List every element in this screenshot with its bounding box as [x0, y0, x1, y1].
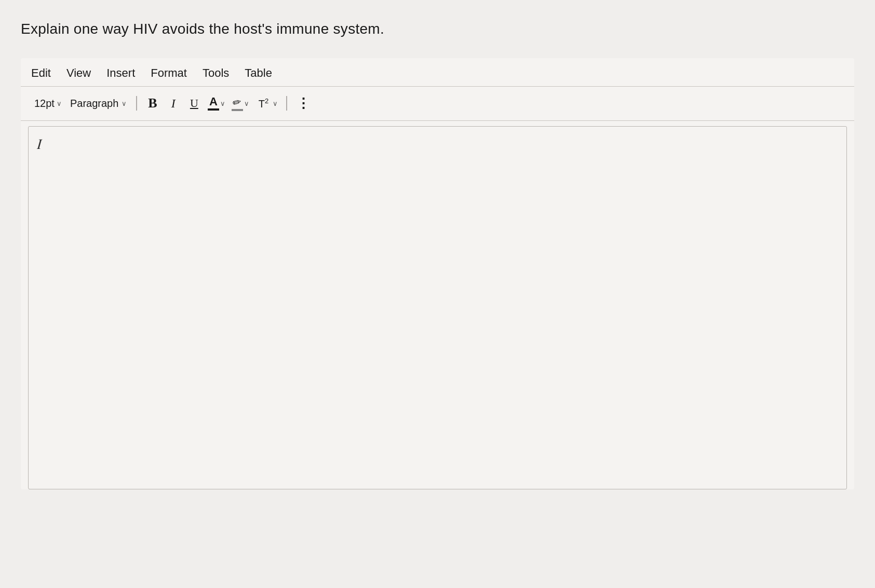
question-text: Explain one way HIV avoids the host's im…: [21, 16, 854, 37]
menu-bar: Edit View Insert Format Tools Table: [21, 58, 854, 87]
more-options-button[interactable]: ⋮: [293, 93, 314, 114]
highlight-icon: ✏: [232, 96, 243, 111]
bold-icon: B: [148, 95, 157, 111]
font-size-selector[interactable]: 12pt ∨: [31, 95, 65, 112]
menu-edit[interactable]: Edit: [31, 66, 51, 80]
text-cursor: 𝐼: [37, 136, 42, 153]
menu-format[interactable]: Format: [151, 66, 187, 80]
highlight-chevron-icon: ∨: [244, 100, 249, 107]
toolbar-divider-1: [136, 96, 137, 111]
toolbar: 12pt ∨ Paragraph ∨ B I U A ∨: [21, 87, 854, 121]
highlight-pencil-icon: ✏: [232, 95, 244, 110]
highlight-button[interactable]: ✏ ∨: [230, 94, 251, 113]
text-editor-area[interactable]: 𝐼: [28, 126, 847, 489]
highlight-bar: [232, 109, 243, 111]
menu-table[interactable]: Table: [245, 66, 272, 80]
superscript-icon: T2: [255, 95, 272, 112]
font-size-value: 12pt: [34, 98, 55, 110]
underline-button[interactable]: U: [185, 94, 204, 113]
paragraph-style-value: Paragraph: [70, 98, 118, 110]
menu-insert[interactable]: Insert: [106, 66, 135, 80]
editor-container: Edit View Insert Format Tools Table 12pt…: [21, 58, 854, 489]
superscript-chevron-icon: ∨: [273, 100, 278, 107]
underline-icon: U: [190, 97, 198, 110]
paragraph-style-selector[interactable]: Paragraph ∨: [67, 95, 130, 112]
bold-button[interactable]: B: [143, 94, 162, 113]
superscript-button[interactable]: T2 ∨: [253, 93, 280, 114]
font-size-chevron-icon: ∨: [57, 100, 62, 107]
font-color-chevron-icon: ∨: [220, 100, 225, 107]
italic-button[interactable]: I: [164, 94, 183, 113]
font-color-icon: A: [208, 96, 219, 111]
menu-tools[interactable]: Tools: [203, 66, 229, 80]
italic-icon: I: [171, 97, 176, 111]
menu-view[interactable]: View: [66, 66, 91, 80]
font-color-button[interactable]: A ∨: [206, 94, 227, 113]
paragraph-chevron-icon: ∨: [122, 100, 127, 107]
more-options-icon: ⋮: [297, 95, 311, 112]
toolbar-divider-2: [286, 96, 287, 111]
font-color-letter: A: [209, 96, 218, 107]
font-color-bar: [208, 108, 219, 111]
